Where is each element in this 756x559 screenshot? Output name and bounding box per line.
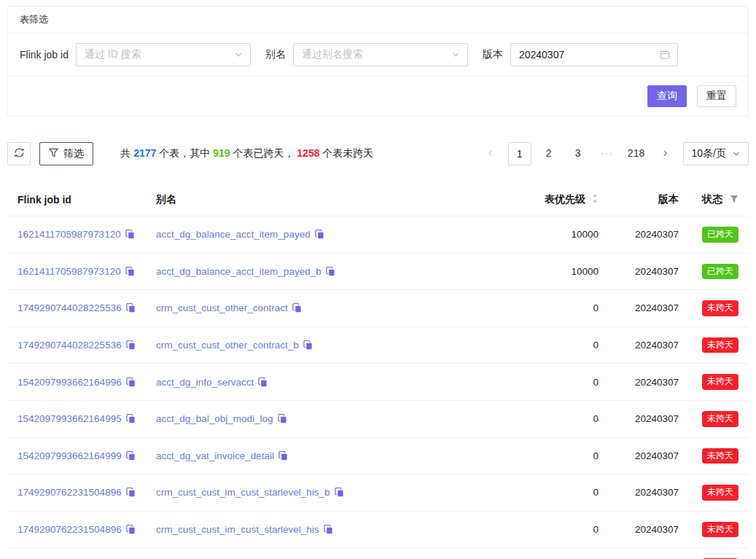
job-id-link[interactable]: 1749290744028225536 xyxy=(17,302,122,313)
reset-button[interactable]: 重置 xyxy=(697,85,736,107)
copy-icon[interactable] xyxy=(278,414,287,423)
header-priority[interactable]: 表优先级 xyxy=(520,184,612,216)
job-id-link[interactable]: 1749290744028225536 xyxy=(17,340,122,351)
alias-link[interactable]: acct_dg_vat_invoice_detail xyxy=(156,450,274,461)
copy-icon[interactable] xyxy=(126,451,136,461)
copy-icon[interactable] xyxy=(303,340,313,350)
priority-cell: 0 xyxy=(520,327,612,364)
funnel-icon xyxy=(49,148,58,160)
funnel-icon[interactable] xyxy=(730,195,739,203)
alias-cell: crm_cust_cust_im_cust_starlevel_his xyxy=(150,511,520,548)
status-cell: 未跨天 xyxy=(682,290,749,327)
version-cell: 20240307 xyxy=(612,437,682,474)
version-date-input[interactable]: 20240307 xyxy=(510,43,678,66)
copy-icon[interactable] xyxy=(126,525,136,534)
job-id-link[interactable]: 1749290762231504896 xyxy=(17,524,122,535)
job-id-link[interactable]: 1621411705987973120 xyxy=(17,266,121,277)
filter-card-title: 表筛选 xyxy=(20,14,48,25)
alias-link[interactable]: acct_dg_info_servacct xyxy=(156,377,254,388)
priority-cell: 0 xyxy=(520,400,612,437)
page-button-last[interactable]: 218 xyxy=(625,142,648,165)
total-count: 2177 xyxy=(133,147,156,159)
copy-icon[interactable] xyxy=(324,525,333,534)
alias-link[interactable]: acct_dg_bal_obj_modi_log xyxy=(156,413,273,424)
table-toolbar: 筛选 共 2177 个表，其中 919 个表已跨天， 1258 个表未跨天 ‹ … xyxy=(7,136,749,172)
copy-icon[interactable] xyxy=(125,230,135,239)
calendar-icon xyxy=(660,50,670,60)
sort-icon[interactable] xyxy=(592,193,599,204)
table-row: 1749290744028225536 crm_cust_cust_other_… xyxy=(7,327,749,364)
job-id-link[interactable]: 1542097993662164995 xyxy=(17,413,122,424)
version-label: 版本 xyxy=(483,48,503,61)
copy-icon[interactable] xyxy=(326,267,335,276)
prev-page-button[interactable]: ‹ xyxy=(479,142,502,165)
alias-link[interactable]: crm_cust_cust_other_contract xyxy=(156,302,288,313)
header-alias: 别名 xyxy=(150,184,520,216)
status-badge: 未跨天 xyxy=(702,485,739,501)
copy-icon[interactable] xyxy=(278,451,288,461)
chevron-down-icon xyxy=(732,149,741,158)
version-cell: 20240307 xyxy=(612,511,682,548)
next-page-button[interactable]: › xyxy=(654,142,677,165)
alias-cell: acct_dg_balance_acct_item_payed_b xyxy=(150,253,520,290)
filter-toggle-label: 筛选 xyxy=(63,147,84,160)
version-cell: 20240307 xyxy=(612,400,682,437)
job-id-link[interactable]: 1542097993662164996 xyxy=(17,377,122,388)
search-button[interactable]: 查询 xyxy=(647,85,687,107)
job-id-cell: 1749290762231504896 xyxy=(7,474,150,512)
copy-icon[interactable] xyxy=(125,267,135,276)
copy-icon[interactable] xyxy=(126,414,136,423)
page-size-select[interactable]: 10条/页 xyxy=(683,142,749,165)
copy-icon[interactable] xyxy=(335,488,344,497)
job-id-link[interactable]: 1621411705987973120 xyxy=(17,229,121,240)
alias-label: 别名 xyxy=(265,48,286,61)
summary-prefix: 共 xyxy=(120,147,133,159)
job-id-cell: 1749290744028225536 xyxy=(7,290,150,327)
tables-table: Flink job id 别名 表优先级 版本 状态 162 xyxy=(7,184,749,559)
summary-mid2: 个表已跨天， xyxy=(230,147,297,159)
alias-link[interactable]: acct_dg_balance_acct_item_payed xyxy=(156,229,311,240)
version-cell: 20240307 xyxy=(612,364,682,401)
copy-icon[interactable] xyxy=(126,303,136,313)
header-row: Flink job id 别名 表优先级 版本 状态 xyxy=(7,184,749,216)
copy-icon[interactable] xyxy=(126,488,136,497)
alias-link[interactable]: crm_cust_cust_im_cust_starlevel_his xyxy=(156,524,319,535)
table-row: 1749290866069889024 acct_dg_staff_oper_l… xyxy=(7,548,749,559)
copy-icon[interactable] xyxy=(315,230,324,239)
table-row: 1542097993662164995 acct_dg_bal_obj_modi… xyxy=(7,400,749,437)
version-value: 20240307 xyxy=(519,49,564,60)
page-button-1[interactable]: 1 xyxy=(508,142,531,165)
page-button-3[interactable]: 3 xyxy=(566,142,590,165)
copy-icon[interactable] xyxy=(126,340,136,350)
job-id-link[interactable]: 1542097993662164999 xyxy=(17,450,122,461)
status-badge: 未跨天 xyxy=(702,411,739,427)
filter-row: Flink job id 通过 ID 搜索 别名 通过别名搜索 xyxy=(8,34,748,77)
refresh-button[interactable] xyxy=(7,142,31,165)
page-ellipsis[interactable]: ··· xyxy=(596,142,619,165)
alias-link[interactable]: crm_cust_cust_other_contract_b xyxy=(156,340,299,351)
alias-cell: crm_cust_cust_im_cust_starlevel_his_b xyxy=(150,474,520,512)
status-cell: 已跨天 xyxy=(682,253,749,290)
page-button-2[interactable]: 2 xyxy=(537,142,561,165)
alias-cell: crm_cust_cust_other_contract xyxy=(150,290,520,327)
alias-select[interactable]: 通过别名搜索 xyxy=(293,43,468,66)
copy-icon[interactable] xyxy=(292,303,302,313)
priority-cell: 0 xyxy=(520,474,612,512)
header-status[interactable]: 状态 xyxy=(682,184,749,216)
priority-cell: 0 xyxy=(520,290,612,327)
copy-icon[interactable] xyxy=(258,378,268,387)
alias-cell: acct_dg_info_servacct xyxy=(150,364,520,401)
pagination-top: ‹ 1 2 3 ··· 218 › 10条/页 xyxy=(479,142,749,165)
copy-icon[interactable] xyxy=(126,378,136,387)
table-row: 1542097993662164996 acct_dg_info_servacc… xyxy=(7,364,749,401)
alias-link[interactable]: acct_dg_balance_acct_item_payed_b xyxy=(156,266,322,277)
alias-link[interactable]: crm_cust_cust_im_cust_starlevel_his_b xyxy=(156,487,330,498)
priority-cell: 0 xyxy=(520,511,612,548)
status-cell: 未跨天 xyxy=(682,400,749,437)
header-status-label: 状态 xyxy=(702,193,722,205)
flink-job-id-select[interactable]: 通过 ID 搜索 xyxy=(76,43,251,66)
filter-toggle-button[interactable]: 筛选 xyxy=(39,142,93,165)
job-id-cell: 1542097993662164996 xyxy=(7,364,150,401)
job-id-link[interactable]: 1749290762231504896 xyxy=(17,487,122,498)
crossed-count: 919 xyxy=(213,147,230,159)
